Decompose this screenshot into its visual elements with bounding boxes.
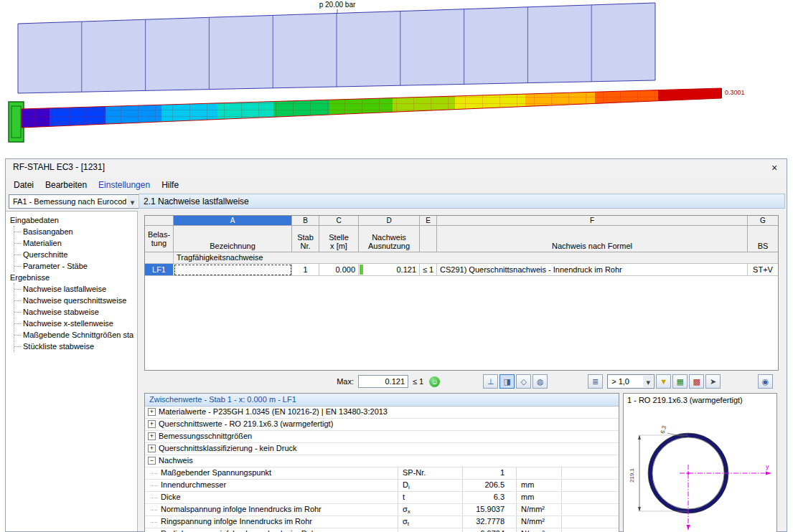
- close-icon[interactable]: ×: [762, 159, 787, 176]
- sidebar-item-nachweise-stabweise[interactable]: Nachweise stabweise: [14, 306, 137, 318]
- filter-supports-button[interactable]: ⊥: [483, 374, 498, 389]
- pressure-load-label: p 20.00 bar: [319, 1, 356, 9]
- filter-sections-button[interactable]: ◇: [516, 374, 531, 389]
- detail-label: Dicke: [145, 492, 398, 503]
- header-bezeichnung: Bezeichnung: [174, 226, 292, 252]
- cursor-icon: ➤: [710, 377, 716, 386]
- result-filter-buttons: ⊥ ◨ ◇ ◍: [482, 374, 548, 389]
- collapse-icon[interactable]: −: [148, 457, 156, 465]
- filter-threshold-selector[interactable]: > 1,0 ▾: [607, 374, 654, 389]
- design-case-value: FA1 - Bemessung nach Eurocod: [13, 197, 126, 206]
- detail-symbol: σt: [398, 516, 462, 528]
- sidebar-item-massgebende-schnittgroessen[interactable]: Maßgebende Schnittgrößen sta: [14, 329, 137, 341]
- section-label: Nachweis: [159, 455, 193, 467]
- ausnutzung-cell[interactable]: 0.121: [359, 264, 420, 276]
- column-letter-b[interactable]: B: [292, 216, 319, 226]
- export-colors-button[interactable]: ▦: [672, 374, 688, 389]
- menu-hilfe[interactable]: Hilfe: [156, 178, 184, 192]
- sidebar-item-parameter-staebe[interactable]: Parameter - Stäbe: [14, 260, 137, 272]
- sidebar-group-eingabedaten[interactable]: Eingabedaten: [10, 214, 137, 226]
- navigator: Eingabedaten Basisangaben Materialien Qu…: [6, 211, 138, 531]
- leq-cell[interactable]: ≤ 1: [420, 264, 437, 276]
- sidebar-item-stueckliste-stabweise[interactable]: Stückliste stabweise: [14, 341, 137, 352]
- supports-icon: ⊥: [487, 377, 494, 386]
- section-label: Materialwerte - P235GH 1.0345 (EN 10216-…: [159, 407, 388, 418]
- table-empty-area: [145, 276, 778, 370]
- centroid-marker: [688, 472, 690, 475]
- detail-unit: [516, 467, 562, 479]
- funnel-filter-button[interactable]: ▼: [656, 374, 671, 389]
- sidebar-item-nachweise-lastfallweise[interactable]: Nachweise lastfallweise: [14, 283, 137, 295]
- loadcase-cell[interactable]: LF1: [145, 264, 174, 276]
- detail-row-normalspannung: Normalspannung infolge Innendrucks im Ro…: [145, 504, 619, 516]
- filter-threshold-value: > 1,0: [611, 377, 629, 386]
- results-table: A B C D E F G Belas- tung Bezeichnung St…: [144, 215, 779, 371]
- section-row-bemessungsschnittgroessen: + Bemessungsschnittgrößen: [145, 431, 619, 443]
- expand-icon[interactable]: +: [148, 432, 156, 440]
- sidebar-group-ergebnisse[interactable]: Ergebnisse: [10, 272, 137, 283]
- chevron-down-icon: ▾: [127, 196, 138, 207]
- sort-button[interactable]: ≣: [588, 374, 603, 389]
- max-stress-label: 0.3001: [725, 89, 745, 96]
- expand-icon[interactable]: +: [148, 420, 156, 428]
- design-case-selector[interactable]: FA1 - Bemessung nach Eurocod ▾: [9, 194, 139, 209]
- cross-section-title: 1 - RO 219.1x6.3 (warmgefertigt): [624, 394, 776, 404]
- stelle-cell[interactable]: 0.000: [319, 264, 359, 276]
- section-label: Bemessungsschnittgrößen: [159, 431, 252, 442]
- section-label: Querschnittsklassifizierung - kein Druck: [159, 443, 297, 455]
- detail-value: 1: [462, 467, 516, 479]
- pointer-mode-button[interactable]: ➤: [705, 374, 721, 389]
- column-letter-g[interactable]: G: [748, 216, 778, 226]
- cross-section-panel: 1 - RO 219.1x6.3 (warmgefertigt) 219.1 6…: [623, 393, 777, 532]
- header-nachweis-formel: Nachweis nach Formel: [437, 226, 748, 252]
- bs-cell[interactable]: ST+V: [748, 264, 778, 276]
- case-toolbar: FA1 - Bemessung nach Eurocod ▾ 2.1 Nachw…: [6, 194, 787, 211]
- page-title: 2.1 Nachweise lastfallweise: [139, 194, 785, 209]
- smooth-icon: ◍: [537, 377, 544, 386]
- filter-smooth-button[interactable]: ◍: [532, 374, 548, 389]
- table-header-row: Belas- tung Bezeichnung Stab Nr. Stelle …: [145, 226, 778, 252]
- sidebar-item-querschnitte[interactable]: Querschnitte: [14, 249, 137, 260]
- max-value-field: 0.121: [358, 375, 408, 388]
- formel-cell[interactable]: CS291) Querschnittsnachweis - Innendruck…: [437, 264, 748, 276]
- sidebar-item-materialien[interactable]: Materialien: [14, 237, 137, 249]
- section-row-materialwerte: + Materialwerte - P235GH 1.0345 (EN 1021…: [145, 407, 619, 419]
- intermediate-values-panel: Zwischenwerte - Stab 1 - x: 0.000 m - LF…: [144, 393, 619, 532]
- sidebar-item-nachweise-x-stellenweise[interactable]: Nachweise x-stellenweise: [14, 318, 137, 329]
- max-toolbar: Max: 0.121 ≤ 1 ☺ ⊥ ◨ ◇ ◍ ≣ > 1,0 ▾ ▼ ▦ ▩…: [144, 373, 777, 390]
- expand-icon[interactable]: +: [148, 408, 156, 416]
- menu-einstellungen[interactable]: Einstellungen: [93, 178, 156, 192]
- column-letter-a[interactable]: A: [174, 216, 292, 226]
- y-axis-arrow: [766, 472, 771, 475]
- export-table-button[interactable]: ▩: [689, 374, 704, 389]
- column-letter-e[interactable]: E: [420, 216, 437, 226]
- menu-bearbeiten[interactable]: Bearbeiten: [39, 178, 93, 192]
- column-letter-c[interactable]: C: [319, 216, 359, 226]
- column-letter-row: A B C D E F G: [145, 216, 778, 226]
- detail-value: 32.7778: [462, 516, 516, 528]
- model-viz-svg: p 20.00 bar 0.3001: [0, 0, 793, 158]
- section-row-querschnittswerte: + Querschnittswerte - RO 219.1x6.3 (warm…: [145, 419, 619, 431]
- stab-nr-cell[interactable]: 1: [292, 264, 319, 276]
- detail-label: Ringspannung infolge Innendrucks im Rohr: [145, 516, 398, 528]
- header-stelle: Stelle x [m]: [319, 226, 359, 252]
- expand-icon[interactable]: +: [148, 445, 156, 452]
- filter-values-button[interactable]: ◨: [499, 374, 515, 389]
- bezeichnung-cell[interactable]: [174, 264, 292, 276]
- sections-icon: ◇: [520, 377, 526, 386]
- detail-symbol: t: [398, 492, 462, 503]
- export-table-icon: ▩: [693, 377, 700, 386]
- check-ok-smiley-icon: ☺: [429, 376, 440, 387]
- detail-symbol: σx: [398, 504, 462, 516]
- column-letter-f[interactable]: F: [437, 216, 748, 226]
- sidebar-item-nachweise-querschnittsweise[interactable]: Nachweise querschnittsweise: [14, 295, 137, 306]
- detail-unit: N/mm²: [516, 528, 562, 532]
- sidebar-item-basisangaben[interactable]: Basisangaben: [14, 226, 137, 237]
- titlebar: RF-STAHL EC3 - [1231] ×: [6, 159, 787, 176]
- menu-datei[interactable]: Datei: [8, 178, 39, 192]
- header-nachweis-ausnutzung: Nachweis Ausnutzung: [359, 226, 420, 252]
- sort-icon: ≣: [592, 377, 599, 386]
- column-letter-d[interactable]: D: [359, 216, 420, 226]
- view-button[interactable]: ◉: [758, 374, 773, 389]
- corner-cell: [145, 216, 174, 226]
